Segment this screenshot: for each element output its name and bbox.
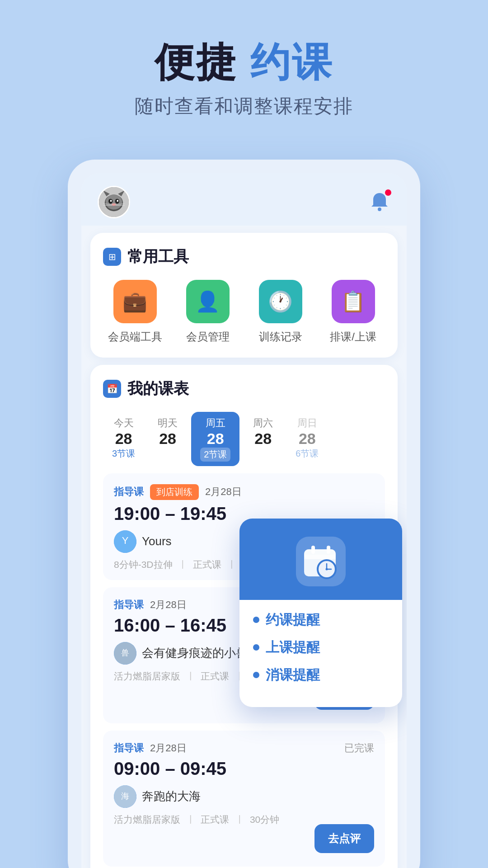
lesson-3-trainer-avatar: 海 — [114, 785, 136, 808]
notif-dot-3 — [253, 672, 259, 678]
lesson-3-time: 09:00 – 09:45 — [114, 759, 374, 779]
notification-bell[interactable] — [369, 190, 390, 214]
tool-icon-member-manage: 👤 — [186, 280, 230, 323]
hero-subtitle: 随时查看和调整课程安排 — [27, 94, 461, 119]
lesson-2-type: 指导课 — [114, 598, 144, 612]
schedule-card: 📅 我的课表 今天 28 3节课 明天 28 周五 28 2节课 — [90, 365, 398, 868]
schedule-section-icon: 📅 — [103, 380, 121, 398]
day-tabs: 今天 28 3节课 明天 28 周五 28 2节课 周六 28 — [103, 412, 385, 466]
lesson-1-date: 2月28日 — [205, 485, 242, 499]
tool-label-schedule-class: 排课/上课 — [330, 330, 376, 344]
lesson-1-trainer-name: Yours — [142, 534, 172, 548]
lesson-1-tag: 到店训练 — [150, 484, 199, 500]
tool-icon-schedule-class: 📋 — [332, 280, 375, 323]
lesson-3-review-button[interactable]: 去点评 — [314, 824, 374, 853]
svg-text:Y: Y — [122, 535, 129, 546]
lesson-3-desc-1: 活力燃脂居家版 — [114, 813, 180, 826]
day-tab-sunday-label: 周日 — [297, 416, 317, 430]
tools-section-title: 常用工具 — [127, 246, 189, 267]
hero-section: 便捷 约课 随时查看和调整课程安排 — [0, 0, 488, 142]
svg-point-30 — [326, 568, 328, 570]
day-tab-friday[interactable]: 周五 28 2节课 — [191, 412, 239, 466]
svg-text:海: 海 — [121, 792, 129, 801]
notification-popup: 约课提醒 上课提醒 消课提醒 — [239, 519, 402, 707]
lesson-3-desc-3: 30分钟 — [250, 813, 279, 826]
day-tab-tomorrow-label: 明天 — [158, 416, 178, 430]
svg-rect-25 — [327, 546, 330, 554]
notif-text-2: 上课提醒 — [266, 638, 320, 657]
svg-point-7 — [110, 200, 112, 202]
hero-title-normal: 便捷 — [155, 40, 238, 85]
day-tab-today-num: 28 — [115, 430, 132, 448]
notif-calendar-icon — [296, 537, 346, 586]
notif-dot-2 — [253, 644, 259, 651]
tool-schedule-class[interactable]: 📋 排课/上课 — [321, 280, 385, 344]
phone-inner: ⊞ 常用工具 💼 会员端工具 👤 会员管理 🕐 训练记录 📋 — [81, 173, 407, 868]
tools-grid: 💼 会员端工具 👤 会员管理 🕐 训练记录 📋 排课/上课 — [103, 280, 385, 344]
tool-member-tools[interactable]: 💼 会员端工具 — [103, 280, 167, 344]
lesson-3-status: 已完课 — [344, 741, 374, 755]
day-tab-sunday-num: 28 — [299, 430, 316, 448]
day-tab-saturday-label: 周六 — [253, 416, 273, 430]
lesson-3-trainer-name: 奔跑的大海 — [142, 788, 201, 804]
tool-icon-member-tools: 💼 — [113, 280, 157, 323]
tools-card: ⊞ 常用工具 💼 会员端工具 👤 会员管理 🕐 训练记录 📋 — [90, 233, 398, 358]
lesson-2-desc-2: 正式课 — [201, 670, 229, 683]
tools-section-header: ⊞ 常用工具 — [103, 246, 385, 267]
svg-rect-23 — [304, 555, 336, 559]
day-tab-today-sub: 3节课 — [112, 448, 135, 460]
svg-text:兽: 兽 — [121, 648, 129, 657]
tool-icon-training-records: 🕐 — [259, 280, 302, 323]
lesson-card-3: 指导课 2月28日 已完课 09:00 – 09:45 海 奔跑的大海 活力燃脂… — [103, 731, 385, 867]
tool-training-records[interactable]: 🕐 训练记录 — [249, 280, 312, 344]
lesson-3-meta: 指导课 2月28日 — [114, 741, 374, 755]
lesson-2-desc-1: 活力燃脂居家版 — [114, 670, 180, 683]
svg-point-2 — [106, 194, 122, 209]
day-tab-saturday-num: 28 — [254, 430, 272, 448]
lesson-2-date: 2月28日 — [150, 598, 187, 612]
lesson-1-type: 指导课 — [114, 485, 144, 499]
notif-header — [239, 519, 402, 600]
notif-body: 约课提醒 上课提醒 消课提醒 — [239, 600, 402, 707]
svg-point-14 — [378, 208, 381, 211]
lesson-1-desc-1: 8分钟-3D拉伸 — [114, 558, 173, 571]
tool-label-member-manage: 会员管理 — [186, 330, 230, 344]
day-tab-tomorrow-num: 28 — [159, 430, 176, 448]
notif-text-1: 约课提醒 — [266, 611, 320, 629]
schedule-section-title: 我的课表 — [127, 378, 189, 399]
notif-item-3: 消课提醒 — [253, 666, 389, 684]
lesson-1-desc-2: 正式课 — [193, 558, 221, 571]
lesson-3-type: 指导课 — [114, 741, 144, 755]
day-tab-today[interactable]: 今天 28 3节课 — [103, 412, 144, 466]
notif-item-1: 约课提醒 — [253, 611, 389, 629]
tools-section-icon: ⊞ — [103, 248, 121, 266]
notif-text-3: 消课提醒 — [266, 666, 320, 684]
phone-topbar — [81, 173, 407, 226]
tool-label-training-records: 训练记录 — [259, 330, 302, 344]
day-tab-today-label: 今天 — [114, 416, 134, 430]
day-tab-friday-num: 28 — [207, 430, 224, 448]
day-tab-sunday-sub: 6节课 — [296, 448, 319, 460]
avatar[interactable] — [98, 186, 130, 218]
svg-rect-24 — [311, 546, 315, 554]
svg-point-8 — [117, 200, 118, 202]
schedule-section-header: 📅 我的课表 — [103, 378, 385, 399]
hero-title: 便捷 约课 — [27, 41, 461, 85]
hero-title-highlight: 约课 — [250, 40, 333, 85]
lesson-3-date: 2月28日 — [150, 741, 187, 755]
lesson-3-trainer-row: 海 奔跑的大海 — [114, 785, 374, 808]
day-tab-tomorrow[interactable]: 明天 28 — [149, 412, 187, 466]
lesson-2-trainer-name: 会有健身痕迹的小兽 — [142, 645, 248, 661]
lesson-2-trainer-avatar: 兽 — [114, 642, 136, 665]
tool-label-member-tools: 会员端工具 — [108, 330, 162, 344]
notif-dot-1 — [253, 617, 259, 623]
tool-member-manage[interactable]: 👤 会员管理 — [176, 280, 239, 344]
lesson-1-meta: 指导课 到店训练 2月28日 — [114, 484, 374, 500]
day-tab-saturday[interactable]: 周六 28 — [244, 412, 282, 466]
svg-point-9 — [112, 203, 116, 206]
lesson-1-trainer-avatar: Y — [114, 530, 136, 553]
notification-badge — [384, 189, 392, 197]
day-tab-friday-sub: 2节课 — [200, 448, 230, 462]
day-tab-sunday[interactable]: 周日 28 6节课 — [286, 412, 328, 466]
day-tab-friday-label: 周五 — [206, 416, 225, 430]
